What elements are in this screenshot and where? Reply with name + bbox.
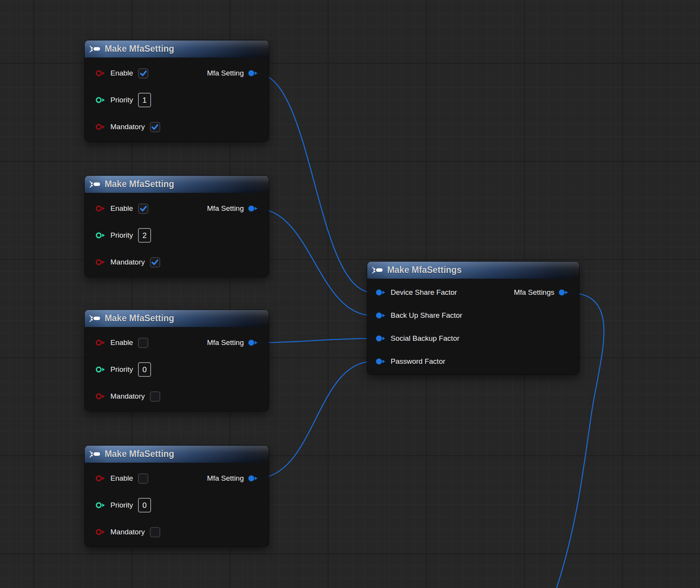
priority-value-field[interactable]: 2 <box>138 228 151 243</box>
wire-mfasetting1-to-device-share-factor[interactable] <box>256 73 373 292</box>
pin-label: Priority <box>110 365 133 374</box>
make-struct-icon: ↘↗ <box>371 266 383 274</box>
pin-label: Priority <box>110 96 133 104</box>
make-struct-icon: ↘↗ <box>89 181 100 188</box>
mfa-setting-output-pin[interactable] <box>248 70 258 77</box>
enable-input-pin[interactable] <box>95 70 105 77</box>
node-header[interactable]: ↘↗ Make MfaSettings <box>367 261 579 279</box>
node-header[interactable]: ↘↗ Make MfaSetting <box>85 40 269 57</box>
wire-mfasetting2-to-backup-share-factor[interactable] <box>256 209 373 315</box>
mfa-settings-output-pin[interactable] <box>559 289 569 296</box>
pin-row-enable: Enable Mfa Setting <box>85 465 269 492</box>
backup-share-factor-input-pin[interactable] <box>376 312 386 319</box>
make-mfasettings-node[interactable]: ↘↗ Make MfaSettings Device Share Factor … <box>367 261 579 374</box>
pin-row-backup-share-factor: Back Up Share Factor <box>367 304 579 327</box>
enable-input-pin[interactable] <box>95 475 105 482</box>
pin-label: Enable <box>110 204 133 213</box>
make-mfasetting-node-4[interactable]: ↘↗ Make MfaSetting Enable Mfa Setting Pr… <box>85 445 269 547</box>
pin-row-social-backup-factor: Social Backup Factor <box>367 327 579 350</box>
pin-row-device-share-factor: Device Share Factor Mfa Settings <box>367 281 579 304</box>
pin-label: Mandatory <box>110 392 145 401</box>
mfa-setting-output-pin[interactable] <box>248 475 258 482</box>
output-pin-label: Mfa Settings <box>514 288 554 297</box>
pin-row-mandatory: Mandatory <box>85 519 269 545</box>
priority-input-pin[interactable] <box>95 502 105 509</box>
enable-checkbox[interactable] <box>138 338 148 348</box>
make-struct-icon: ↘↗ <box>89 45 100 53</box>
mandatory-input-pin[interactable] <box>95 393 105 400</box>
pin-row-priority: Priority 1 <box>85 87 269 113</box>
mandatory-checkbox[interactable] <box>150 391 160 402</box>
pin-row-priority: Priority 0 <box>85 492 269 519</box>
device-share-factor-input-pin[interactable] <box>376 289 386 296</box>
wire-mfasetting3-to-social-backup-factor[interactable] <box>256 338 373 343</box>
enable-checkbox[interactable] <box>138 473 148 484</box>
enable-input-pin[interactable] <box>95 205 105 212</box>
mandatory-input-pin[interactable] <box>95 123 105 130</box>
wire-mfasetting4-to-password-factor[interactable] <box>256 361 373 478</box>
priority-input-pin[interactable] <box>95 366 105 373</box>
priority-input-pin[interactable] <box>95 97 105 103</box>
mfa-setting-output-pin[interactable] <box>248 339 258 346</box>
mandatory-checkbox[interactable] <box>150 257 160 268</box>
pin-row-enable: Enable Mfa Setting <box>85 195 269 222</box>
pin-row-priority: Priority 0 <box>85 356 269 383</box>
pin-label: Enable <box>110 69 133 77</box>
priority-input-pin[interactable] <box>95 232 105 239</box>
enable-checkbox[interactable] <box>138 68 148 79</box>
output-pin-label: Mfa Setting <box>207 69 244 77</box>
pin-row-enable: Enable Mfa Setting <box>85 60 269 87</box>
make-mfasetting-node-1[interactable]: ↘↗ Make MfaSetting Enable Mfa Setting Pr… <box>85 40 269 141</box>
make-struct-icon: ↘↗ <box>89 450 100 458</box>
output-pin-label: Mfa Setting <box>207 338 244 347</box>
pin-row-mandatory: Mandatory <box>85 113 269 140</box>
pin-row-mandatory: Mandatory <box>85 249 269 276</box>
pin-label: Social Backup Factor <box>391 334 460 343</box>
node-title: Make MfaSetting <box>105 179 174 189</box>
pin-row-mandatory: Mandatory <box>85 383 269 410</box>
node-header[interactable]: ↘↗ Make MfaSetting <box>85 176 269 193</box>
priority-value-field[interactable]: 1 <box>138 93 151 107</box>
blueprint-graph-canvas[interactable]: ↘↗ Make MfaSetting Enable Mfa Setting Pr… <box>0 0 700 588</box>
make-mfasetting-node-2[interactable]: ↘↗ Make MfaSetting Enable Mfa Setting Pr… <box>85 176 269 277</box>
make-struct-icon: ↘↗ <box>89 315 100 322</box>
node-title: Make MfaSettings <box>387 265 462 275</box>
make-mfasetting-node-3[interactable]: ↘↗ Make MfaSetting Enable Mfa Setting Pr… <box>85 310 269 411</box>
node-header[interactable]: ↘↗ Make MfaSetting <box>85 310 269 327</box>
pin-row-priority: Priority 2 <box>85 222 269 249</box>
mandatory-input-pin[interactable] <box>95 529 105 535</box>
pin-label: Enable <box>110 338 133 347</box>
mandatory-input-pin[interactable] <box>95 259 105 266</box>
node-title: Make MfaSetting <box>105 313 174 324</box>
pin-label: Device Share Factor <box>391 288 457 297</box>
node-title: Make MfaSetting <box>105 44 174 54</box>
pin-label: Mandatory <box>110 258 145 266</box>
pin-label: Back Up Share Factor <box>391 311 462 320</box>
pin-label: Password Factor <box>391 357 445 366</box>
enable-input-pin[interactable] <box>95 339 105 346</box>
node-title: Make MfaSetting <box>105 449 174 459</box>
pin-label: Priority <box>110 501 133 509</box>
output-pin-label: Mfa Setting <box>207 204 244 213</box>
mandatory-checkbox[interactable] <box>150 527 160 537</box>
pin-row-enable: Enable Mfa Setting <box>85 329 269 356</box>
pin-label: Mandatory <box>110 528 145 536</box>
priority-value-field[interactable]: 0 <box>138 362 151 377</box>
priority-value-field[interactable]: 0 <box>138 498 151 512</box>
pin-label: Priority <box>110 231 133 240</box>
node-header[interactable]: ↘↗ Make MfaSetting <box>85 445 269 463</box>
pin-row-password-factor: Password Factor <box>367 350 579 373</box>
mandatory-checkbox[interactable] <box>150 122 160 132</box>
mfa-setting-output-pin[interactable] <box>248 205 258 212</box>
enable-checkbox[interactable] <box>138 204 148 214</box>
password-factor-input-pin[interactable] <box>376 358 386 365</box>
pin-label: Enable <box>110 474 133 483</box>
pin-label: Mandatory <box>110 123 145 131</box>
social-backup-factor-input-pin[interactable] <box>376 335 386 342</box>
output-pin-label: Mfa Setting <box>207 474 244 483</box>
